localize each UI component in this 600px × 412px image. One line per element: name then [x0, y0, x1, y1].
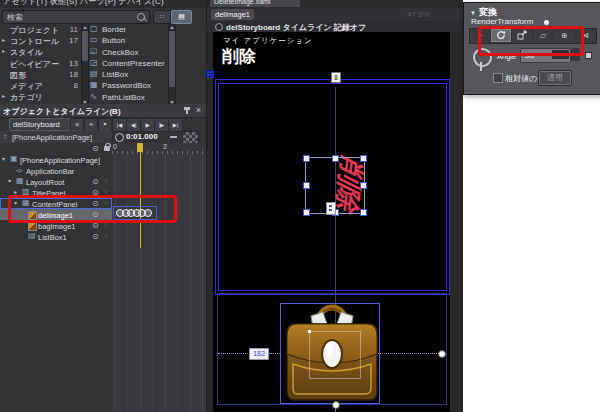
- asset-item-CheckBox[interactable]: ☑CheckBox: [89, 47, 167, 58]
- banner-storyboard-name: delStoryboard: [226, 23, 282, 32]
- tree-item-label: [PhoneApplicationPage]: [20, 156, 100, 165]
- lock-dot-icon[interactable]: ○: [104, 221, 108, 228]
- asset-category-プロジェクト[interactable]: プロジェクト11: [2, 24, 80, 35]
- visibility-eye-icon[interactable]: ⊙: [92, 210, 99, 219]
- visibility-eye-icon[interactable]: ⊙: [92, 221, 99, 230]
- asset-item-PathListBox[interactable]: ∿PathListBox: [89, 92, 167, 103]
- translate-tab[interactable]: +: [470, 29, 491, 42]
- property-set-indicator[interactable]: [544, 20, 549, 25]
- storyboard-recording-banner[interactable]: delStoryboard タイムライン 記録オフ: [207, 21, 463, 32]
- lock-column-icon: [104, 146, 110, 151]
- transform-section-title: 変換: [479, 7, 497, 17]
- anchor-adorner[interactable]: [326, 202, 336, 215]
- tree-item-bagImage1[interactable]: bagImage1⊙○: [0, 220, 112, 231]
- right-margin-handle[interactable]: [438, 350, 446, 358]
- angle-input[interactable]: 90: [520, 48, 571, 63]
- new-storyboard-button[interactable]: +: [84, 118, 98, 132]
- asset-item-ContentPresenter[interactable]: ◲ContentPresenter: [89, 58, 167, 69]
- asset-item-Border[interactable]: ▢Border: [89, 24, 167, 35]
- categories-scrollbar[interactable]: [81, 24, 89, 106]
- apply-button[interactable]: 適用: [538, 70, 572, 86]
- storyboard-options-button[interactable]: ▾: [98, 118, 112, 132]
- storyboard-selector[interactable]: delStoryboard: [9, 118, 72, 131]
- center-point-tab[interactable]: ⊕: [554, 29, 575, 42]
- ninegrid-adorner: [309, 331, 361, 379]
- scope-up-icon[interactable]: ↑: [3, 132, 7, 141]
- bottom-margin-handle[interactable]: [332, 401, 340, 409]
- asset-item-Button[interactable]: ▭Button: [89, 35, 167, 46]
- expander-icon[interactable]: ▸: [14, 188, 17, 195]
- search-placeholder: 検索: [7, 12, 23, 23]
- visibility-eye-icon[interactable]: ⊙: [92, 232, 99, 241]
- asset-category-図形[interactable]: 図形18: [2, 69, 80, 80]
- scale-tab[interactable]: [512, 29, 533, 42]
- expander-icon[interactable]: ▾: [14, 199, 17, 206]
- flip-tab[interactable]: ⋈: [575, 29, 595, 42]
- tree-item-delImage1[interactable]: delImage1⊙○: [0, 209, 112, 220]
- snap-toggle-icon[interactable]: [170, 136, 177, 138]
- rotate-tab[interactable]: [491, 29, 512, 42]
- document-tab[interactable]: DeleteImage.xaml: [210, 0, 300, 7]
- lock-dot-icon[interactable]: ○: [104, 210, 108, 217]
- playback-button-2[interactable]: ▶: [140, 118, 155, 132]
- search-input[interactable]: 検索: [2, 10, 150, 24]
- scale-icon: [517, 30, 527, 40]
- tree-item-ApplicationBar[interactable]: <>ApplicationBar: [0, 165, 112, 176]
- timeline-track-area[interactable]: [112, 154, 206, 412]
- tree-item-PhoneApplicationPage[interactable]: ▾▣[PhoneApplicationPage]: [0, 154, 112, 165]
- asset-category-スタイル[interactable]: ▸スタイル: [2, 46, 80, 57]
- asset-category-メディア[interactable]: メディア8: [2, 80, 80, 91]
- asset-category-カテゴリ[interactable]: ▸カテゴリ: [2, 91, 80, 102]
- grid-icon: ▦: [16, 176, 24, 185]
- advanced-options-button[interactable]: [585, 52, 592, 59]
- playback-button-3[interactable]: |▶: [154, 118, 169, 132]
- appbar-icon: <>: [16, 167, 22, 174]
- breadcrumb-deImage1[interactable]: delImage1: [211, 9, 254, 20]
- lock-dot-icon[interactable]: ○: [104, 199, 108, 206]
- expander-icon[interactable]: ▾: [2, 155, 5, 162]
- playhead-line[interactable]: [140, 143, 141, 248]
- asset-item-ListBox[interactable]: ▤ListBox: [89, 69, 167, 80]
- skew-tab[interactable]: ▱: [533, 29, 554, 42]
- playback-button-1[interactable]: ◀|: [126, 118, 141, 132]
- current-time[interactable]: 0:01.000: [126, 132, 158, 141]
- ruler-tick-label: 2: [163, 143, 167, 150]
- rotation-dial[interactable]: [473, 48, 492, 67]
- playback-button-0[interactable]: |◀: [112, 118, 127, 132]
- visibility-eye-icon[interactable]: ⊙: [92, 177, 99, 186]
- keyframe-icon[interactable]: [144, 209, 152, 217]
- close-icon[interactable]: ×: [196, 105, 201, 115]
- keyframe-selection-box[interactable]: [113, 206, 157, 220]
- controls-scrollbar[interactable]: [168, 24, 176, 106]
- left-margin-label: 182: [249, 348, 269, 360]
- scope-row[interactable]: ↑ [PhoneApplicationPage]: [0, 131, 112, 143]
- grid-view-button[interactable]: ∷: [153, 10, 171, 24]
- contentpresenter-icon: ◲: [90, 58, 98, 67]
- asset-category-ビヘイビアー[interactable]: ビヘイビアー13: [2, 58, 80, 69]
- tree-item-ListBox1[interactable]: ▤ListBox1⊙○: [0, 231, 112, 242]
- list-view-button[interactable]: ▤: [171, 10, 192, 24]
- pin-icon[interactable]: [186, 107, 188, 114]
- tree-item-LayoutRoot[interactable]: ▾▦LayoutRoot⊙○: [0, 176, 112, 187]
- design-surface-page[interactable]: マイ アプリケーション 削除 8 削除: [213, 32, 450, 412]
- tree-item-ContentPanel[interactable]: ▾▦ContentPanel⊙○: [0, 198, 112, 209]
- relative-values-checkbox[interactable]: [493, 73, 503, 83]
- grid-adorner-icon[interactable]: [206, 70, 214, 78]
- lock-dot-icon[interactable]: ○: [104, 232, 108, 239]
- close-storyboard-button[interactable]: ×: [70, 118, 84, 132]
- asset-item-PasswordBox[interactable]: ▦PasswordBox: [89, 80, 167, 91]
- lock-dot-icon[interactable]: ○: [104, 188, 108, 195]
- image-icon: [28, 222, 37, 231]
- record-off-icon: [215, 23, 223, 31]
- tree-item-TitlePanel[interactable]: ▸▥TitlePanel⊙○: [0, 187, 112, 198]
- angle-drag-zone[interactable]: [552, 50, 569, 59]
- playback-button-4[interactable]: ▶|: [168, 118, 183, 132]
- lock-dot-icon[interactable]: ○: [104, 177, 108, 184]
- passwordbox-icon: ▦: [90, 80, 98, 89]
- expander-icon[interactable]: ▾: [8, 177, 11, 184]
- visibility-eye-icon[interactable]: ⊙: [92, 188, 99, 197]
- stack-icon: ▥: [22, 187, 30, 196]
- asset-category-コントロール[interactable]: ▸コントロール17: [2, 35, 80, 46]
- angle-extra-control[interactable]: [571, 48, 580, 61]
- visibility-eye-icon[interactable]: ⊙: [92, 199, 99, 208]
